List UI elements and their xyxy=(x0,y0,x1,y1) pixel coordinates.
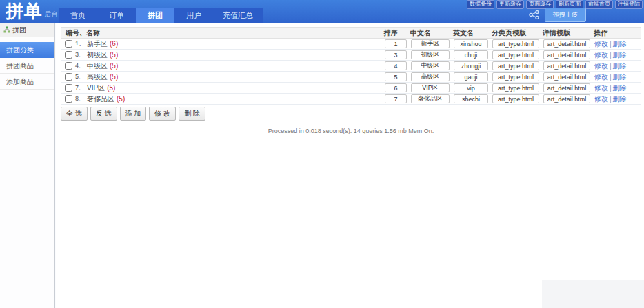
main-nav: 首页 订单 拼团 用户 充值汇总 xyxy=(59,8,263,23)
row-count: (6) xyxy=(110,40,118,48)
row-checkbox[interactable] xyxy=(65,73,72,81)
col-header-sort: 排序 xyxy=(384,28,406,38)
list-template-input[interactable] xyxy=(492,83,539,92)
cn-name-input[interactable] xyxy=(411,94,450,103)
sidebar-item[interactable]: 拼团分类 xyxy=(0,42,54,58)
table-body: 1、 新手区 (6) 修改|删除 xyxy=(61,39,641,105)
sort-input[interactable] xyxy=(385,39,407,48)
col-header-name: 编号、名称 xyxy=(66,28,380,38)
detail-template-input[interactable] xyxy=(543,39,590,48)
row-checkbox[interactable] xyxy=(65,51,72,59)
table-header: 编号、名称 排序 中文名 英文名 分类页模版 详情模版 操作 xyxy=(61,27,641,39)
col-header-tpl-detail: 详情模版 xyxy=(543,28,590,38)
row-number: 1、 xyxy=(75,39,85,48)
cn-name-input[interactable] xyxy=(411,83,450,92)
delete-link[interactable]: 删除 xyxy=(613,84,627,92)
quick-link-button[interactable]: 数据备份 xyxy=(467,0,494,9)
batch-button[interactable]: 全 选 xyxy=(61,107,88,121)
list-template-input[interactable] xyxy=(492,72,539,81)
sidebar-item[interactable]: 拼团商品 xyxy=(0,58,54,74)
cn-name-input[interactable] xyxy=(411,39,450,48)
quick-link-button[interactable]: 更新缓存 xyxy=(496,0,524,9)
cn-name-input[interactable] xyxy=(411,72,450,81)
action-separator: | xyxy=(610,40,612,48)
delete-link[interactable]: 删除 xyxy=(613,95,627,103)
batch-toolbar: 全 选 反 选 添 加 修 改 删 除 xyxy=(61,107,641,121)
batch-button[interactable]: 反 选 xyxy=(90,107,117,121)
row-actions: 修改|删除 xyxy=(594,72,638,82)
row-name-cell: 1、 新手区 (6) xyxy=(65,39,381,49)
en-name-input[interactable] xyxy=(454,72,488,81)
nav-tab[interactable]: 用户 xyxy=(174,8,213,23)
row-count: (5) xyxy=(117,95,125,103)
batch-button[interactable]: 删 除 xyxy=(179,107,205,121)
delete-link[interactable]: 删除 xyxy=(613,62,627,70)
detail-template-input[interactable] xyxy=(543,94,590,103)
en-name-input[interactable] xyxy=(454,61,488,70)
col-header-ops: 操作 xyxy=(594,28,638,38)
row-title: 新手区 xyxy=(87,39,108,49)
nav-tab[interactable]: 充值汇总 xyxy=(213,8,263,23)
row-name-cell: 4、 中级区 (5) xyxy=(65,61,381,71)
sort-input[interactable] xyxy=(385,50,407,59)
detail-template-input[interactable] xyxy=(543,83,590,92)
sidebar-header: 拼团 xyxy=(0,23,54,37)
nav-tab[interactable]: 订单 xyxy=(97,8,136,23)
edit-link[interactable]: 修改 xyxy=(594,62,608,70)
nav-tab[interactable]: 首页 xyxy=(59,8,97,23)
drag-upload-button[interactable]: 拖拽上传 xyxy=(545,8,586,22)
edit-link[interactable]: 修改 xyxy=(594,84,608,92)
row-number: 3、 xyxy=(75,50,85,59)
en-name-input[interactable] xyxy=(454,39,488,48)
share-icon xyxy=(529,10,540,19)
row-title: 中级区 xyxy=(87,61,108,71)
row-number: 7、 xyxy=(75,83,85,92)
list-template-input[interactable] xyxy=(492,94,539,103)
quick-link-button[interactable]: 注销登陆 xyxy=(615,0,643,9)
row-checkbox[interactable] xyxy=(65,62,72,70)
edit-link[interactable]: 修改 xyxy=(594,51,608,59)
delete-link[interactable]: 删除 xyxy=(613,73,627,81)
row-checkbox[interactable] xyxy=(65,95,72,103)
detail-template-input[interactable] xyxy=(543,50,590,59)
detail-template-input[interactable] xyxy=(543,72,590,81)
sort-input[interactable] xyxy=(385,83,407,92)
sort-input[interactable] xyxy=(385,72,407,81)
sort-input[interactable] xyxy=(385,61,407,70)
action-separator: | xyxy=(610,62,612,70)
en-name-input[interactable] xyxy=(454,50,488,59)
batch-button[interactable]: 修 改 xyxy=(149,107,176,121)
edit-link[interactable]: 修改 xyxy=(594,40,608,48)
delete-link[interactable]: 删除 xyxy=(613,40,627,48)
en-name-input[interactable] xyxy=(454,94,488,103)
list-template-input[interactable] xyxy=(492,50,539,59)
edit-link[interactable]: 修改 xyxy=(594,95,608,103)
table-row: 7、 VIP区 (5) 修改|删除 xyxy=(61,83,641,94)
row-checkbox[interactable] xyxy=(65,84,72,92)
row-title: VIP区 xyxy=(87,83,105,93)
action-separator: | xyxy=(610,84,612,92)
batch-button[interactable]: 添 加 xyxy=(120,107,147,121)
list-template-input[interactable] xyxy=(492,39,539,48)
en-name-input[interactable] xyxy=(454,83,488,92)
nav-tab[interactable]: 拼团 xyxy=(136,8,174,23)
row-title: 初级区 xyxy=(87,50,108,60)
quick-link-button[interactable]: 前端首页 xyxy=(585,0,613,9)
row-count: (5) xyxy=(107,84,115,92)
sidebar-item[interactable]: 添加商品 xyxy=(0,74,54,90)
sidebar: 拼团 拼团分类 拼团商品 添加商品 xyxy=(0,23,55,308)
cn-name-input[interactable] xyxy=(411,61,450,70)
sort-input[interactable] xyxy=(385,94,407,103)
process-stats: Processed in 0.018 second(s). 14 queries… xyxy=(61,127,641,134)
row-title: 奢侈品区 xyxy=(87,94,114,104)
row-checkbox[interactable] xyxy=(65,40,72,48)
list-template-input[interactable] xyxy=(492,61,539,70)
row-name-cell: 7、 VIP区 (5) xyxy=(65,83,381,93)
cn-name-input[interactable] xyxy=(411,50,450,59)
detail-template-input[interactable] xyxy=(543,61,590,70)
delete-link[interactable]: 删除 xyxy=(613,51,627,59)
col-header-tpl-list: 分类页模版 xyxy=(492,28,539,38)
sidebar-header-label: 拼团 xyxy=(12,25,26,35)
action-separator: | xyxy=(610,51,612,59)
edit-link[interactable]: 修改 xyxy=(594,73,608,81)
